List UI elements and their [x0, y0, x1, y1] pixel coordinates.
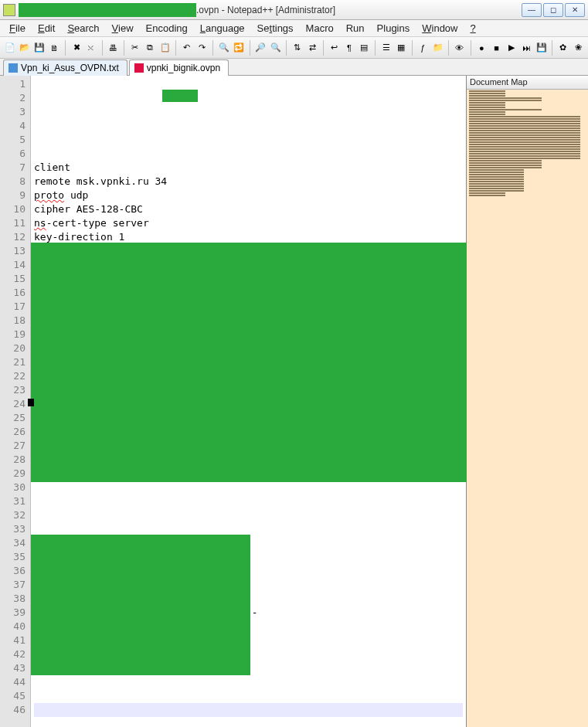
menu-help[interactable]: ? [464, 21, 481, 36]
toolbar-separator [286, 40, 287, 56]
menu-search[interactable]: Search [61, 21, 105, 36]
toolbar-separator [323, 40, 324, 56]
code-line[interactable] [34, 481, 463, 494]
toolbar-separator [65, 40, 66, 56]
menu-file[interactable]: File [3, 21, 32, 36]
menu-run[interactable]: Run [340, 21, 371, 36]
stop-icon[interactable]: ■ [490, 41, 503, 55]
app-icon [3, 4, 15, 16]
monitor-icon[interactable]: 👁 [453, 41, 466, 55]
close-icon[interactable]: ✖ [70, 41, 83, 55]
replace-icon[interactable]: 🔁 [232, 41, 245, 55]
redaction-inline [162, 90, 198, 102]
zoom-in-icon[interactable]: 🔎 [254, 41, 267, 55]
document-map-title: Document Map [467, 76, 588, 90]
toolbar-separator [124, 40, 124, 56]
tab-label: vpnki_bignik.ovpn [147, 63, 220, 73]
sync-h-icon[interactable]: ⇄ [306, 41, 319, 55]
code-line[interactable] [34, 508, 463, 522]
menu-macro[interactable]: Macro [300, 21, 340, 36]
code-line[interactable]: client [34, 161, 463, 175]
toolbar-separator [175, 40, 176, 56]
func-list-icon[interactable]: ƒ [416, 41, 430, 55]
indent-guide-icon[interactable]: ▤ [358, 41, 371, 55]
print-icon[interactable]: 🖶 [107, 41, 120, 55]
tab-inactive[interactable]: Vpn_ki_Asus_OVPN.txt [3, 59, 127, 76]
code-line[interactable]: ns-cert-type server [34, 216, 463, 230]
menu-plugins[interactable]: Plugins [371, 21, 416, 36]
save-icon[interactable]: 💾 [33, 41, 46, 55]
menu-language[interactable]: Language [194, 21, 251, 36]
toolbar-separator [448, 40, 449, 56]
minimize-button[interactable]: — [522, 3, 542, 17]
record-icon[interactable]: ● [475, 41, 488, 55]
code-line[interactable]: cipher AES-128-CBC [34, 202, 463, 216]
toolbar-separator [552, 40, 552, 56]
title-redacted [19, 3, 196, 17]
lang-icon[interactable]: ☰ [379, 41, 393, 55]
find-icon[interactable]: 🔍 [217, 41, 230, 55]
menu-view[interactable]: View [106, 21, 140, 36]
document-map-panel: Document Map [466, 76, 588, 727]
line-number-gutter: 1234567891011121314151617181920212223242… [0, 76, 31, 727]
all-chars-icon[interactable]: ¶ [342, 41, 355, 55]
plugin2-icon[interactable]: ❀ [572, 41, 585, 55]
toolbar-separator [102, 40, 103, 56]
toolbar-separator [471, 40, 471, 56]
file-icon [134, 63, 144, 73]
undo-icon[interactable]: ↶ [180, 41, 193, 55]
menu-bar: File Edit Search View Encoding Language … [0, 20, 588, 37]
toolbar-separator [412, 40, 413, 56]
bookmark-icon [28, 399, 34, 406]
zoom-out-icon[interactable]: 🔍 [269, 41, 282, 55]
code-line[interactable] [34, 675, 463, 689]
title-bar: .ovpn - Notepad++ [Administrator] — ◻ ✕ [0, 0, 588, 20]
code-line[interactable]: remote msk.vpnki.ru 34 [34, 175, 463, 189]
menu-encoding[interactable]: Encoding [140, 21, 194, 36]
save-all-icon[interactable]: 🗎 [48, 41, 61, 55]
editor-pane: 1234567891011121314151617181920212223242… [0, 76, 466, 727]
code-line[interactable] [34, 494, 463, 508]
code-line[interactable] [34, 689, 463, 703]
code-line[interactable] [34, 703, 463, 717]
redaction-block-key [31, 535, 250, 675]
doc-map-icon[interactable]: ▦ [394, 41, 407, 55]
open-file-icon[interactable]: 📂 [18, 41, 31, 55]
code-line[interactable]: proto udp [34, 189, 463, 202]
toolbar: 📄📂💾🗎✖⛌🖶✂⧉📋↶↷🔍🔁🔎🔍⇅⇄↩¶▤☰▦ƒ📁👁●■▶⏭💾✿❀ [0, 37, 588, 59]
paste-icon[interactable]: 📋 [158, 41, 172, 55]
tab-active[interactable]: vpnki_bignik.ovpn [129, 59, 229, 76]
folder-icon[interactable]: 📁 [431, 41, 444, 55]
code-line[interactable] [34, 717, 463, 727]
workspace: 1234567891011121314151617181920212223242… [0, 76, 588, 727]
plugin1-icon[interactable]: ✿ [556, 41, 569, 55]
redo-icon[interactable]: ↷ [195, 41, 209, 55]
file-icon [8, 63, 18, 73]
maximize-button[interactable]: ◻ [543, 3, 563, 17]
tab-strip: Vpn_ki_Asus_OVPN.txt vpnki_bignik.ovpn [0, 59, 588, 76]
toolbar-separator [250, 40, 250, 56]
toolbar-separator [375, 40, 376, 56]
tab-label: Vpn_ki_Asus_OVPN.txt [21, 63, 119, 73]
close-all-icon[interactable]: ⛌ [85, 41, 98, 55]
wordwrap-icon[interactable]: ↩ [328, 41, 341, 55]
menu-edit[interactable]: Edit [32, 21, 61, 36]
sync-v-icon[interactable]: ⇅ [291, 41, 304, 55]
document-map-body[interactable] [467, 90, 588, 727]
cut-icon[interactable]: ✂ [128, 41, 141, 55]
window-title: .ovpn - Notepad++ [Administrator] [196, 5, 335, 15]
play-icon[interactable]: ▶ [505, 41, 518, 55]
save-macro-icon[interactable]: 💾 [535, 41, 548, 55]
close-window-button[interactable]: ✕ [565, 3, 585, 17]
menu-settings[interactable]: Settings [251, 21, 300, 36]
play-multi-icon[interactable]: ⏭ [520, 41, 533, 55]
copy-icon[interactable]: ⧉ [144, 41, 157, 55]
new-file-icon[interactable]: 📄 [3, 41, 16, 55]
text-editor[interactable]: clientremote msk.vpnki.ru 34proto udpcip… [31, 76, 466, 727]
menu-window[interactable]: Window [416, 21, 464, 36]
toolbar-separator [212, 40, 213, 56]
